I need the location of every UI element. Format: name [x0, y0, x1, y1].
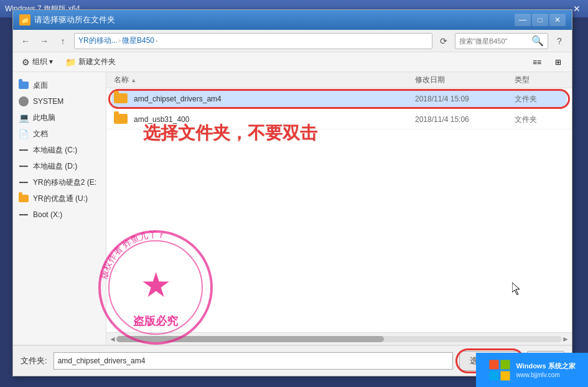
- help-button[interactable]: ?: [552, 34, 567, 49]
- search-box[interactable]: 🔍: [455, 33, 548, 49]
- cdrive-icon: ━━: [18, 144, 29, 156]
- forward-button[interactable]: →: [37, 34, 52, 49]
- svg-rect-9: [501, 371, 510, 380]
- windows-badge-text: Windows 系统之家 www.bjjmlv.com: [516, 361, 575, 378]
- horizontal-scrollbar-area: ◄ ►: [106, 332, 572, 345]
- sidebar-boot-label: Boot (X:): [33, 210, 62, 219]
- dialog-title: 请选择驱动所在文件夹: [34, 14, 515, 26]
- yrdrive-icon: ━━: [18, 177, 29, 188]
- ddrive-icon: ━━: [18, 161, 29, 172]
- svg-rect-7: [501, 360, 510, 369]
- organize-button[interactable]: ⚙ 组织 ▾: [18, 55, 57, 68]
- sidebar-udrive-label: YR的优盘通 (U:): [33, 194, 88, 204]
- windows-badge: Windows 系统之家 www.bjjmlv.com: [476, 353, 588, 387]
- file-name: amd_chipset_drivers_am4: [134, 95, 415, 103]
- sidebar-item-system[interactable]: SYSTEM: [13, 93, 106, 110]
- search-input[interactable]: [459, 37, 531, 45]
- new-folder-button[interactable]: 📁 新建文件夹: [62, 55, 119, 68]
- boot-icon: ━━: [18, 209, 29, 220]
- sort-arrow: ▲: [131, 77, 136, 83]
- mouse-cursor: [512, 282, 522, 295]
- folder-browser-dialog: 📁 请选择驱动所在文件夹 — □ ✕ ← → ↑ YR的移动... › 微星B4…: [12, 9, 572, 376]
- sidebar-item-boot[interactable]: ━━ Boot (X:): [13, 207, 106, 223]
- organize-icon: ⚙: [22, 57, 30, 67]
- file-type: 文件夹: [515, 94, 564, 105]
- refresh-button[interactable]: ⟳: [436, 34, 451, 49]
- sidebar-item-udrive[interactable]: YR的优盘通 (U:): [13, 190, 106, 207]
- thispc-icon: 💻: [18, 112, 29, 123]
- list-view-button[interactable]: ≡≡: [528, 55, 546, 70]
- sidebar-cdrive-label: 本地磁盘 (C:): [33, 145, 77, 156]
- minimize-button[interactable]: —: [515, 14, 531, 26]
- sidebar-item-docs[interactable]: 📄 文档: [13, 126, 106, 142]
- docs-icon: 📄: [18, 128, 29, 139]
- file-type: 文件夹: [515, 114, 564, 125]
- folder-icon: [114, 93, 129, 105]
- file-date: 2018/11/4 15:06: [415, 115, 515, 124]
- sidebar-ddrive-label: 本地磁盘 (D:): [33, 161, 77, 172]
- close-button[interactable]: ✕: [549, 14, 566, 26]
- new-folder-icon: 📁: [65, 57, 76, 67]
- windows-logo-icon: [488, 359, 511, 381]
- scrollbar-track[interactable]: [116, 336, 562, 342]
- svg-rect-8: [490, 371, 499, 380]
- folder-input[interactable]: [54, 352, 453, 370]
- maximize-button[interactable]: □: [532, 14, 548, 26]
- desktop-icon: [18, 80, 29, 91]
- dialog-title-icon: 📁: [19, 14, 30, 26]
- sidebar-docs-label: 文档: [33, 129, 48, 139]
- table-row[interactable]: amd_chipset_drivers_am4 2018/11/4 15:09 …: [111, 90, 567, 108]
- annotation-text: 选择文件夹，不要双击: [143, 121, 317, 145]
- address-bar[interactable]: YR的移动... › 微星B450 ›: [74, 33, 432, 49]
- udrive-icon: [18, 193, 29, 204]
- new-folder-label: 新建文件夹: [78, 57, 116, 67]
- svg-rect-6: [490, 360, 499, 369]
- address-part2[interactable]: 微星B450: [122, 35, 154, 46]
- dialog-titlebar: 📁 请选择驱动所在文件夹 — □ ✕: [13, 10, 572, 30]
- sidebar: 桌面 SYSTEM 💻 此电脑 📄: [13, 72, 106, 345]
- sidebar-yrdrive-label: YR的移动硬盘2 (E:: [33, 177, 96, 188]
- sidebar-item-yrdrive[interactable]: ━━ YR的移动硬盘2 (E:: [13, 174, 106, 190]
- main-content: 桌面 SYSTEM 💻 此电脑 📄: [13, 72, 572, 345]
- col-type-header[interactable]: 类型: [515, 75, 564, 85]
- svg-marker-0: [512, 282, 520, 295]
- action-toolbar: ⚙ 组织 ▾ 📁 新建文件夹 ≡≡ ⊞: [13, 52, 572, 72]
- file-date: 2018/11/4 15:09: [415, 95, 515, 103]
- sidebar-item-thispc[interactable]: 💻 此电脑: [13, 110, 106, 126]
- windows-site-name: Windows 系统之家: [516, 361, 575, 371]
- address-arrow2: ›: [156, 37, 157, 44]
- col-date-header[interactable]: 修改日期: [415, 75, 515, 85]
- outer-window: Windows 7 旗舰版 x64 ✕ 📁 请选择驱动所在文件夹 — □ ✕ ←…: [0, 0, 588, 387]
- sidebar-item-ddrive[interactable]: ━━ 本地磁盘 (D:): [13, 158, 106, 174]
- outer-close-button[interactable]: ✕: [571, 2, 583, 15]
- windows-site-url: www.bjjmlv.com: [516, 371, 575, 378]
- file-list-header: 名称 ▲ 修改日期 类型: [106, 72, 572, 88]
- dialog-controls: — □ ✕: [515, 14, 566, 26]
- view-controls: ≡≡ ⊞: [528, 55, 567, 70]
- scroll-left-btn[interactable]: ◄: [109, 335, 116, 343]
- up-button[interactable]: ↑: [55, 34, 70, 49]
- sidebar-desktop-label: 桌面: [33, 80, 48, 91]
- sidebar-item-desktop[interactable]: 桌面: [13, 77, 106, 93]
- horizontal-scrollbar[interactable]: ◄ ►: [106, 332, 572, 345]
- scrollbar-thumb[interactable]: [116, 336, 384, 342]
- search-icon: 🔍: [531, 35, 544, 47]
- details-view-button[interactable]: ⊞: [549, 55, 567, 70]
- nav-toolbar: ← → ↑ YR的移动... › 微星B450 › ⟳ 🔍 ?: [13, 30, 572, 52]
- col-name-header[interactable]: 名称 ▲: [114, 75, 415, 85]
- address-part1[interactable]: YR的移动...: [78, 35, 118, 46]
- sidebar-system-label: SYSTEM: [33, 97, 63, 106]
- folder-label: 文件夹:: [21, 355, 47, 366]
- folder-icon: [114, 114, 129, 125]
- address-arrow1: ›: [119, 37, 121, 44]
- sidebar-thispc-label: 此电脑: [33, 113, 55, 123]
- scroll-right-btn[interactable]: ►: [562, 335, 569, 343]
- system-icon: [18, 96, 29, 107]
- organize-label: 组织 ▾: [32, 57, 53, 67]
- file-list-area: 名称 ▲ 修改日期 类型 amd_chipset_drivers_am4 201…: [106, 72, 572, 345]
- sidebar-item-cdrive[interactable]: ━━ 本地磁盘 (C:): [13, 142, 106, 158]
- back-button[interactable]: ←: [18, 34, 33, 49]
